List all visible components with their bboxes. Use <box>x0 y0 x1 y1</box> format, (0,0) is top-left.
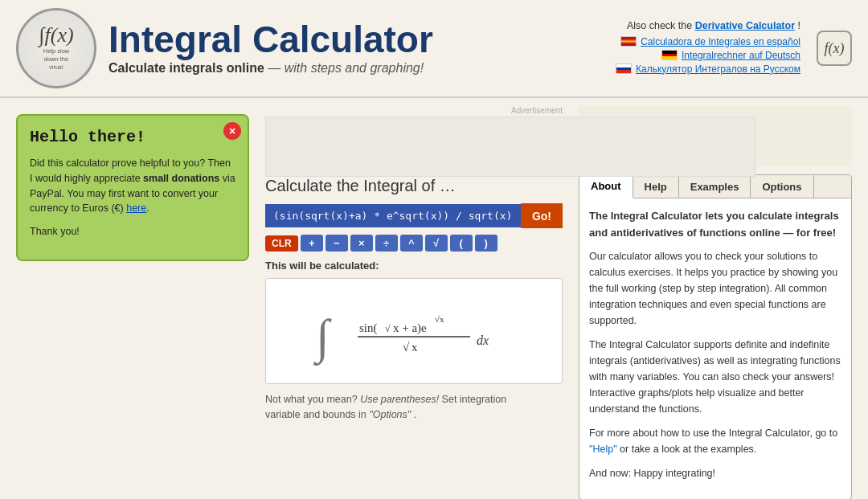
fx-icon[interactable]: f(x) <box>817 31 852 66</box>
subtract-button[interactable]: − <box>326 235 348 252</box>
lang-es-link-text[interactable]: Calculadora de Integrales en español <box>641 36 800 47</box>
header-right: Also check the Derivative Calculator ! C… <box>616 20 800 77</box>
lang-ru-link-text[interactable]: Калькулятор Интегралов на Русском <box>636 63 800 75</box>
input-row: Go! <box>265 203 563 228</box>
go-button[interactable]: Go! <box>521 203 563 228</box>
here-link[interactable]: here <box>126 202 146 214</box>
will-be-calculated-label: This will be calculated: <box>265 260 563 272</box>
left-panel: × Hello there! Did this calculator prove… <box>16 114 249 499</box>
advertisement-container: Advertisement <box>265 106 563 177</box>
donations-bold: small donations <box>143 173 219 184</box>
lang-ru-link: Калькулятор Интегралов на Русском <box>616 63 800 75</box>
hello-box: × Hello there! Did this calculator prove… <box>16 114 249 261</box>
operator-buttons: CLR + − × ÷ ^ √ ( ) <box>265 235 563 252</box>
derivative-check: Also check the Derivative Calculator ! <box>616 20 800 31</box>
svg-text:x: x <box>411 341 418 354</box>
page-title: Integral Calculator <box>108 21 616 58</box>
not-what-label: Not what you mean? Use parentheses! Set … <box>265 392 563 423</box>
multiply-button[interactable]: × <box>350 235 373 252</box>
clear-button[interactable]: CLR <box>265 235 298 252</box>
about-intro: The Integral Calculator lets you calcula… <box>589 208 841 242</box>
about-p1: Our calculator allows you to check your … <box>589 248 841 329</box>
lang-de-link-text[interactable]: Integralrechner auf Deutsch <box>682 50 800 61</box>
subtitle: Calculate integrals online — with steps … <box>108 61 616 76</box>
logo: ∫f(x) Help slowdown thevirus! <box>16 8 96 88</box>
sqrt-button[interactable]: √ <box>425 235 448 252</box>
hello-title: Hello there! <box>30 128 235 146</box>
center-panel: Advertisement Calculate the Integral of … <box>265 102 563 499</box>
logo-subtext: Help slowdown thevirus! <box>43 47 70 71</box>
flag-de <box>661 50 678 60</box>
lang-de-link: Integralrechner auf Deutsch <box>616 50 800 61</box>
lang-es-link: Calculadora de Integrales en español <box>616 36 800 47</box>
also-check-text: Also check the <box>627 20 692 31</box>
advert-box <box>265 117 755 177</box>
tab-help[interactable]: Help <box>633 175 679 198</box>
power-button[interactable]: ^ <box>400 235 423 252</box>
tab-examples[interactable]: Examples <box>679 175 751 198</box>
derivative-suffix: ! <box>798 20 800 31</box>
tab-about-content: The Integral Calculator lets you calcula… <box>579 198 851 499</box>
formula-svg: ∫ sin( √ x + a)e √x √ x dx <box>301 295 526 367</box>
subtitle-separator: — <box>268 61 284 75</box>
help-link[interactable]: "Help" <box>589 444 617 455</box>
svg-text:x + a)e: x + a)e <box>393 321 427 335</box>
svg-text:sin(: sin( <box>359 321 378 335</box>
flag-es <box>620 36 637 47</box>
flag-ru <box>616 63 632 74</box>
svg-text:√x: √x <box>435 314 444 324</box>
tabs-container: About Help Examples Options The Integral… <box>579 174 852 499</box>
svg-text:∫: ∫ <box>313 310 332 366</box>
subtitle-em: with steps and graphing! <box>285 61 424 75</box>
divide-button[interactable]: ÷ <box>375 235 398 252</box>
close-paren-button[interactable]: ) <box>475 235 497 252</box>
tab-options[interactable]: Options <box>751 175 813 198</box>
about-p4: And now: Happy integrating! <box>589 465 841 481</box>
formula-display: ∫ sin( √ x + a)e √x √ x dx <box>265 278 563 384</box>
advert-label: Advertisement <box>265 106 563 115</box>
about-p3: For more about how to use the Integral C… <box>589 425 841 457</box>
derivative-calculator-link[interactable]: Derivative Calculator <box>695 20 795 31</box>
svg-text:dx: dx <box>477 333 489 347</box>
formula-input[interactable] <box>265 204 521 227</box>
hello-paragraph: Did this calculator prove helpful to you… <box>30 156 235 216</box>
logo-formula: ∫f(x) <box>39 25 73 46</box>
calculator-title: Calculate the Integral of … <box>265 177 563 195</box>
open-paren-button[interactable]: ( <box>450 235 473 252</box>
svg-text:√: √ <box>403 341 410 354</box>
about-p2: The Integral Calculator supports definit… <box>589 337 841 417</box>
tab-about[interactable]: About <box>579 175 633 198</box>
svg-text:√: √ <box>385 323 391 334</box>
main-content: × Hello there! Did this calculator prove… <box>0 102 868 499</box>
page-header: ∫f(x) Help slowdown thevirus! Integral C… <box>0 0 868 98</box>
subtitle-plain: Calculate integrals online <box>108 61 264 75</box>
tabs-header: About Help Examples Options <box>579 175 851 198</box>
header-title-section: Integral Calculator Calculate integrals … <box>108 21 616 76</box>
thank-you-text: Thank you! <box>30 224 235 239</box>
close-hello-button[interactable]: × <box>223 122 241 140</box>
add-button[interactable]: + <box>301 235 323 252</box>
